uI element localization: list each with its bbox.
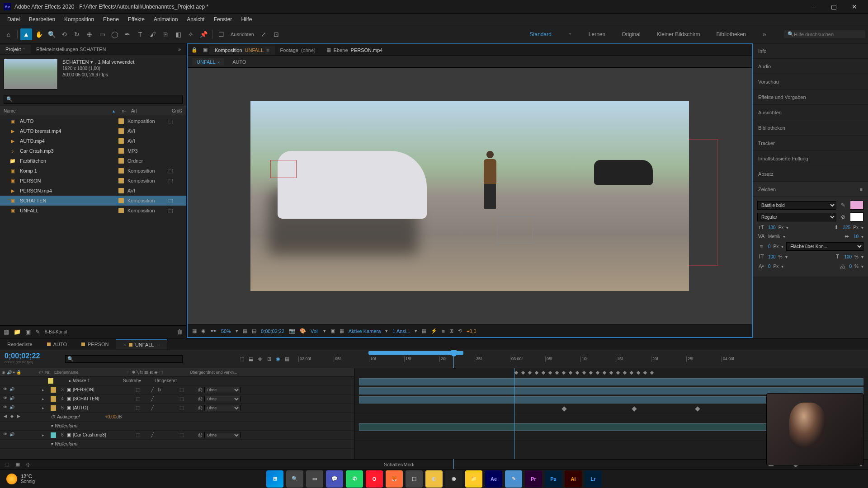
pickwhip-icon[interactable]: @ bbox=[198, 405, 203, 410]
taskbar-app-aftereffects[interactable]: Ae bbox=[485, 470, 502, 488]
flowchart-unfall[interactable]: UNFALL‹ bbox=[192, 58, 224, 66]
project-item[interactable]: ▶ AUTO bremst.mp4 AVI bbox=[0, 126, 186, 136]
shy-icon[interactable]: 👁 bbox=[258, 357, 263, 362]
kerning-value[interactable]: Metrik bbox=[768, 234, 780, 239]
fx-switch[interactable] bbox=[156, 396, 163, 401]
help-search-input[interactable] bbox=[794, 32, 862, 37]
expand-icon[interactable]: ▸ bbox=[37, 388, 49, 392]
chevron-right-icon[interactable]: ▸ bbox=[69, 378, 71, 383]
pen-tool[interactable]: ✒ bbox=[122, 28, 133, 40]
project-item[interactable]: ▣ AUTO Komposition ⬚ bbox=[0, 116, 186, 126]
chevron-down-icon[interactable]: ▾ bbox=[51, 423, 53, 428]
taskbar-app-generic2[interactable]: ◐ bbox=[425, 470, 443, 488]
taskbar-taskview[interactable]: ▭ bbox=[306, 470, 323, 488]
selection-box[interactable] bbox=[497, 216, 533, 244]
pickwhip-icon[interactable]: @ bbox=[198, 396, 203, 401]
viewer-timecode[interactable]: 0;00;02;22 bbox=[261, 328, 284, 334]
taskbar-app-obs[interactable]: ◉ bbox=[445, 470, 462, 488]
pixel-icon[interactable]: ▦ bbox=[422, 328, 426, 334]
collapse-switch[interactable]: ╱ bbox=[149, 432, 156, 437]
reset-exposure-icon[interactable]: ⟲ bbox=[458, 328, 462, 334]
shy-switch[interactable]: ⬚ bbox=[135, 432, 141, 437]
tsume-value[interactable]: 0 bbox=[849, 264, 852, 269]
eraser-tool[interactable]: ◧ bbox=[172, 28, 184, 40]
close-button[interactable]: ✕ bbox=[844, 0, 864, 14]
3d-switch[interactable]: ⬚ bbox=[178, 432, 184, 437]
parent-dropdown[interactable]: Ohne bbox=[204, 396, 241, 402]
taskbar-app-generic1[interactable]: ⬚ bbox=[406, 470, 423, 488]
toggle-mode-icon[interactable]: ▦ bbox=[15, 461, 20, 467]
panel-info[interactable]: Info bbox=[753, 43, 868, 59]
frameblend-icon[interactable]: ⊞ bbox=[267, 356, 271, 362]
font-family-dropdown[interactable]: Bastile bold bbox=[757, 201, 836, 210]
timeline-timecode[interactable]: 0;00;02;22 00082 (29.97 fps) bbox=[0, 350, 63, 368]
project-item[interactable]: ▶ AUTO.mp4 AVI bbox=[0, 136, 186, 146]
panel-absatz[interactable]: Absatz bbox=[753, 166, 868, 182]
channel-icon[interactable]: 🎨 bbox=[300, 328, 306, 334]
project-item[interactable]: ▣ UNFALL Komposition ⬚ bbox=[0, 206, 186, 216]
effect-controls-tab[interactable]: Effekteinstellungen SCHATTEN bbox=[31, 45, 173, 54]
menu-animation[interactable]: Animation bbox=[149, 14, 182, 24]
toggle-switches-icon[interactable]: ⬚ bbox=[5, 461, 9, 467]
label-swatch[interactable] bbox=[51, 387, 56, 393]
roto-tool[interactable]: ✧ bbox=[185, 28, 197, 40]
footage-tab[interactable]: Footage (ohne) bbox=[275, 46, 321, 55]
minimize-button[interactable]: ─ bbox=[803, 0, 824, 14]
font-style-dropdown[interactable]: Regular bbox=[757, 213, 836, 221]
home-tool[interactable]: ⌂ bbox=[3, 28, 14, 40]
stroke-mode-dropdown[interactable]: Fläche über Kon... bbox=[786, 242, 863, 251]
taskbar-app-premiere[interactable]: Pr bbox=[525, 470, 542, 488]
project-item[interactable]: 📁 Farbflächen Ordner bbox=[0, 156, 186, 166]
keyframe-icon[interactable] bbox=[632, 406, 637, 411]
label-swatch[interactable] bbox=[51, 396, 56, 402]
expand-icon[interactable]: ▸ bbox=[37, 406, 49, 410]
timeline-tab-unfall[interactable]: ×UNFALL≡ bbox=[116, 339, 166, 349]
expand-icon[interactable]: ▸ bbox=[37, 397, 49, 401]
taskbar-app-firefox[interactable]: 🦊 bbox=[386, 470, 403, 488]
snapshot-icon[interactable]: 📷 bbox=[289, 328, 295, 334]
layer-property[interactable]: ▾ Wellenform bbox=[0, 422, 354, 431]
shy-switch[interactable]: ⬚ bbox=[135, 405, 141, 410]
start-button[interactable]: ⊞ bbox=[266, 470, 283, 488]
label-swatch[interactable] bbox=[51, 405, 56, 411]
taskbar-search[interactable]: 🔍 bbox=[286, 470, 303, 488]
no-stroke-icon[interactable]: ⊘ bbox=[839, 214, 847, 220]
panel-ausrichten[interactable]: Ausrichten bbox=[753, 105, 868, 120]
shy-switch[interactable]: ⬚ bbox=[135, 387, 141, 392]
visibility-toggle[interactable]: 👁 bbox=[2, 387, 8, 393]
project-item[interactable]: ♪ Car Crash.mp3 MP3 bbox=[0, 146, 186, 156]
tracking-box[interactable] bbox=[270, 160, 297, 178]
label-swatch[interactable] bbox=[118, 208, 124, 213]
resolution-dropdown[interactable]: Voll bbox=[311, 328, 319, 334]
zoom-dropdown[interactable]: 50% bbox=[221, 328, 231, 334]
work-area[interactable] bbox=[368, 351, 463, 355]
motionblur-icon[interactable]: ◉ bbox=[276, 356, 280, 362]
workspace-lernen[interactable]: Lernen bbox=[585, 29, 609, 39]
lock-toggle[interactable] bbox=[22, 432, 28, 438]
panel-menu-icon[interactable]: ≡ bbox=[266, 47, 269, 53]
layer-bar[interactable] bbox=[359, 378, 863, 385]
timeline-tab-person[interactable]: PERSON bbox=[74, 340, 116, 349]
menu-ansicht[interactable]: Ansicht bbox=[182, 14, 209, 24]
exposure-value[interactable]: +0,0 bbox=[467, 328, 476, 334]
panel-menu-icon[interactable]: ≡ bbox=[156, 342, 159, 347]
parent-dropdown[interactable]: Ohne bbox=[204, 405, 241, 411]
timeline-search-input[interactable] bbox=[65, 355, 183, 363]
next-kf-icon[interactable]: ▶ bbox=[15, 414, 22, 420]
lock-icon[interactable]: 🔒 bbox=[188, 47, 201, 53]
layer-tab[interactable]: ▦ Ebene PERSON.mp4 bbox=[321, 45, 388, 55]
interpret-icon[interactable]: ▦ bbox=[4, 328, 9, 335]
switches-modes-button[interactable]: Schalter/Modi bbox=[384, 462, 414, 467]
label-swatch[interactable] bbox=[118, 168, 124, 174]
new-comp-icon[interactable]: ▣ bbox=[25, 328, 31, 335]
new-folder-icon[interactable]: 📁 bbox=[14, 328, 21, 335]
font-size-value[interactable]: 100 bbox=[768, 225, 776, 230]
label-swatch[interactable] bbox=[48, 378, 53, 384]
alpha-icon[interactable]: ▦ bbox=[192, 328, 197, 334]
composition-viewer[interactable] bbox=[188, 68, 752, 324]
brush-tool[interactable]: 🖌 bbox=[147, 28, 159, 40]
add-kf-icon[interactable]: ◆ bbox=[9, 414, 15, 420]
label-swatch[interactable] bbox=[118, 158, 124, 164]
timeline-tab-auto[interactable]: AUTO bbox=[40, 340, 74, 349]
tracking-value[interactable]: 10 bbox=[854, 234, 859, 239]
